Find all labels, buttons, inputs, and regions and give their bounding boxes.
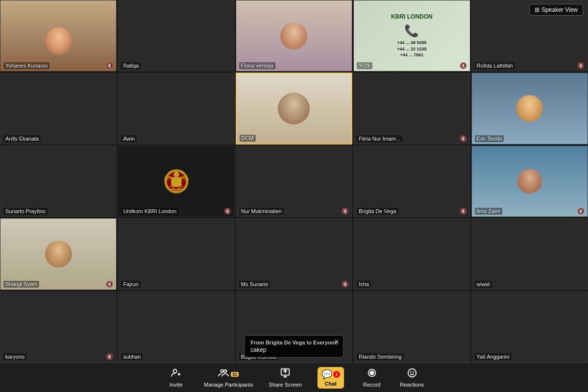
svg-point-11 — [370, 371, 373, 374]
svg-point-8 — [224, 370, 227, 373]
video-cell-shaogi[interactable]: Shaogi Syam🔇 — [0, 218, 117, 290]
participant-name-rafiqa: Rafiqa — [121, 62, 141, 69]
participant-name-sunarto: Sunarto Prayitno — [3, 208, 48, 215]
participant-name-fiona: Fiona verisqa — [239, 62, 275, 69]
person-bg-ilmazaim — [472, 146, 588, 217]
video-cell-subhan[interactable]: subhan — [118, 291, 234, 363]
chat-label: Chat — [325, 381, 337, 387]
video-cell-fitria[interactable]: Fitria Nur Imam...🔇 — [353, 73, 470, 144]
mute-icon-shaogi: 🔇 — [106, 281, 113, 288]
face-dcm — [278, 93, 310, 124]
garuda-logo-icon: ★ INDONESIA — [159, 164, 194, 198]
person-bg-dcm — [237, 74, 351, 143]
video-cell-unitkom[interactable]: ★ INDONESIA Unitkom KBRI London🔇 — [118, 146, 234, 217]
video-cell-awin[interactable]: Awin — [118, 73, 234, 144]
video-cell-yati[interactable]: Yati Anggarini — [471, 291, 588, 363]
chat-close-button[interactable]: ✕ — [334, 338, 340, 345]
chat-sender: From Brigita De Vega to Everyone — [250, 340, 337, 345]
face-fiona — [280, 23, 307, 49]
participant-name-awin: Awin — [121, 135, 137, 142]
chat-icon: 💬 — [321, 369, 332, 380]
video-cell-yohanes[interactable]: Yohanes Kunarso🔇 — [0, 0, 117, 72]
video-cell-ardly[interactable]: Ardly Ekanata — [0, 73, 117, 144]
participant-name-yo2k: Yo2k — [357, 62, 372, 69]
face-eric — [516, 95, 543, 122]
chat-message: cakep — [250, 346, 337, 353]
toolbar-record-label: Record — [363, 382, 380, 388]
face-shaogi — [45, 241, 72, 268]
garuda-logo-cell: ★ INDONESIA — [118, 146, 234, 217]
participant-name-ardly: Ardly Ekanata — [3, 135, 41, 142]
mute-icon-yo2k: 🔇 — [460, 62, 467, 69]
video-cell-rafiqa[interactable]: Rafiqa — [118, 0, 234, 72]
person-bg-yohanes — [0, 0, 116, 71]
svg-point-2 — [173, 172, 179, 177]
person-bg-fiona — [236, 0, 352, 71]
video-cell-nur[interactable]: Nur Mukminatien🔇 — [236, 146, 352, 217]
video-cell-yo2k[interactable]: KBRI LONDON 📞 +44 ... 49 5095+44 ... 22 … — [353, 0, 470, 72]
mute-icon-karyono: 🔇 — [106, 353, 113, 360]
participant-name-icha: Icha — [357, 281, 371, 288]
svg-text:INDONESIA: INDONESIA — [172, 190, 181, 192]
share-icon — [280, 368, 291, 381]
toolbar-record-button[interactable]: Record — [360, 368, 384, 388]
participant-name-dcm: DCM — [240, 135, 256, 142]
participant-name-rofida: Rofida Lathifah — [475, 62, 515, 69]
face-yohanes — [45, 27, 72, 54]
toolbar-share-button[interactable]: Share Screen — [269, 368, 302, 388]
svg-point-12 — [408, 369, 416, 377]
speaker-view-button[interactable]: ⊞ Speaker View — [529, 4, 583, 16]
toolbar-chat-button[interactable]: 💬 1 Chat — [318, 367, 344, 389]
participant-name-eric: Eric Tenda — [475, 135, 504, 142]
participant-name-fajrun: Fajrun — [121, 281, 140, 288]
toolbar-invite-button[interactable]: Invite — [164, 368, 188, 388]
mute-icon-yohanes: 🔇 — [106, 62, 113, 69]
participant-name-subhan: subhan — [121, 353, 143, 360]
kbri-phones: +44 ... 49 5095+44 ... 22 1235+44 ... 76… — [397, 40, 426, 58]
mute-icon-nur: 🔇 — [342, 208, 349, 215]
svg-text:★: ★ — [175, 180, 177, 183]
toolbar-reactions-label: Reactions — [400, 382, 424, 388]
video-cell-fajrun[interactable]: Fajrun — [118, 218, 234, 290]
participant-name-fitria: Fitria Nur Imam... — [357, 135, 402, 142]
toolbar-invite-label: Invite — [170, 382, 182, 388]
video-cell-icha[interactable]: Icha — [353, 218, 470, 290]
video-cell-fiona[interactable]: Fiona verisqa — [236, 0, 352, 72]
mute-icon-ilmazaim: 🔇 — [577, 208, 585, 215]
video-cell-wiwid[interactable]: wiwid — [471, 218, 588, 290]
video-cell-sunarto[interactable]: Sunarto Prayitno — [0, 146, 117, 217]
video-cell-ilmazaim[interactable]: Ilma Zaim🔇 — [471, 146, 588, 217]
reactions-icon — [407, 368, 417, 381]
record-icon — [367, 368, 377, 381]
video-cell-eric[interactable]: Eric Tenda — [471, 73, 588, 144]
speaker-view-icon: ⊞ — [535, 6, 539, 13]
video-cell-riando[interactable]: Riando Sembiring — [353, 291, 470, 363]
video-cell-brigita[interactable]: Brigita De Vega🔇 — [353, 146, 470, 217]
participant-name-karyono: karyono — [3, 353, 26, 360]
video-cell-karyono[interactable]: karyono🔇 — [0, 291, 117, 363]
video-cell-dcm[interactable]: DCM — [236, 73, 352, 144]
invite-icon — [171, 368, 181, 381]
person-bg-shaogi — [0, 219, 116, 289]
participant-name-yati: Yati Anggarini — [475, 353, 512, 360]
chat-badge: 1 — [333, 371, 340, 378]
participant-name-brigita: Brigita De Vega — [357, 208, 398, 215]
speaker-view-label: Speaker View — [541, 6, 578, 13]
participants-count: 31 — [231, 372, 239, 377]
mute-icon-brigita: 🔇 — [460, 208, 467, 215]
toolbar-participants-button[interactable]: 31 Manage Participants — [204, 368, 253, 388]
video-grid: Yohanes Kunarso🔇Rafiqa Fiona verisqa KBR… — [0, 0, 588, 363]
svg-point-7 — [221, 370, 224, 373]
participant-name-mssunario: Ms Sunario — [239, 281, 270, 288]
kbri-title: KBRI LONDON — [391, 13, 433, 20]
mute-icon-mssunario: 🔇 — [342, 281, 349, 288]
mute-icon-fitria: 🔇 — [460, 135, 467, 142]
chat-popup: From Brigita De Vega to Everyone cakep ✕ — [244, 335, 343, 358]
toolbar-reactions-button[interactable]: Reactions — [400, 368, 424, 388]
toolbar-participants-label: Manage Participants — [204, 382, 253, 388]
video-cell-mssunario[interactable]: Ms Sunario🔇 — [236, 218, 352, 290]
participants-icon — [218, 368, 229, 381]
participant-name-wiwid: wiwid — [475, 281, 492, 288]
participant-name-yohanes: Yohanes Kunarso — [3, 62, 49, 69]
participant-name-nur: Nur Mukminatien — [239, 208, 284, 215]
